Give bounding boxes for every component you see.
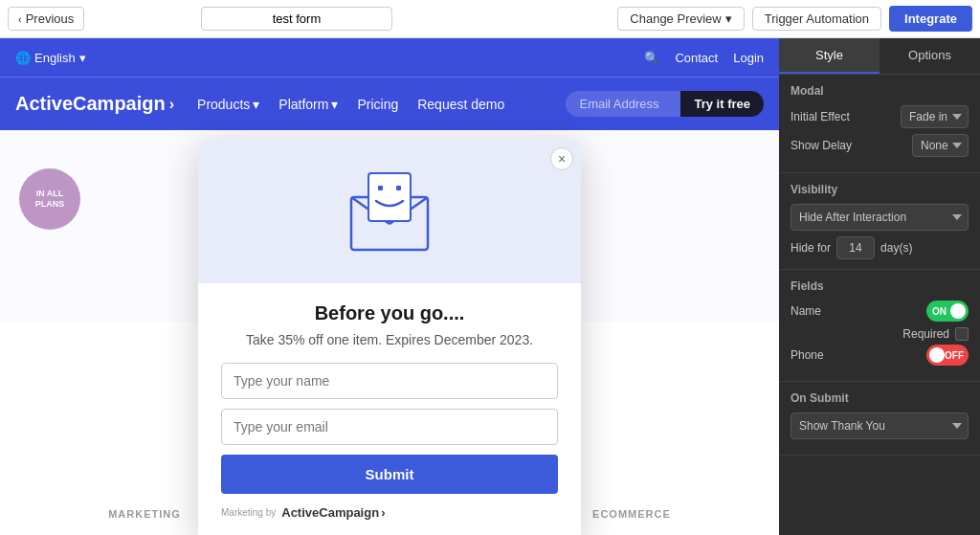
submit-button[interactable]: Submit [221,455,558,494]
modal-body: Before you go.... Take 35% off one item.… [198,283,581,535]
phone-field-label: Phone [791,348,824,362]
show-delay-row: Show Delay None [791,134,969,157]
nav-pricing[interactable]: Pricing [357,97,398,112]
name-field-label: Name [791,304,821,318]
toggle-off-label: OFF [945,350,964,361]
language-selector[interactable]: 🌐 English ▾ [15,51,86,65]
initial-effect-row: Initial Effect Fade in [791,105,969,128]
required-row: Required [791,327,969,341]
nav-platform[interactable]: Platform ▾ [278,97,338,112]
days-label: day(s) [880,241,912,255]
required-label: Required [902,327,949,341]
previous-label: Previous [26,11,75,26]
change-preview-button[interactable]: Change Preview ▾ [617,7,744,31]
ac-footer-brand: ActiveCampaign › [281,505,385,520]
visibility-section-title: Visibility [791,183,969,196]
modal-footer: Marketing by ActiveCampaign › [221,505,558,527]
ac-logo-arrow: › [169,96,174,113]
modal-title: Before you go.... [221,302,558,324]
ac-logo-text: ActiveCampaign [15,93,166,115]
platform-label: Platform [278,97,328,112]
ac-main-nav: ActiveCampaign › Products ▾ Platform ▾ P… [0,77,779,130]
trigger-automation-button[interactable]: Trigger Automation [752,7,881,31]
modal-subtitle: Take 35% off one item. Expires December … [221,332,558,347]
chevron-down-icon: ▾ [725,11,732,26]
modal-close-button[interactable]: × [550,147,573,170]
ac-logo[interactable]: ActiveCampaign › [15,93,174,115]
trigger-automation-label: Trigger Automation [765,11,869,26]
request-demo-label: Request demo [417,97,504,112]
name-input[interactable] [221,363,558,399]
show-delay-label: Show Delay [791,139,852,152]
on-submit-select[interactable]: Show Thank You [791,412,969,439]
phone-toggle[interactable]: OFF [926,345,969,366]
modal-settings-section: Modal Initial Effect Fade in Show Delay … [779,75,980,173]
previous-button[interactable]: ‹ Previous [8,7,84,31]
tab-style[interactable]: Style [779,38,880,74]
initial-effect-label: Initial Effect [791,110,850,123]
pricing-label: Pricing [357,97,398,112]
phone-field-row: Phone OFF [791,345,969,366]
try-free-button[interactable]: Try it free [680,91,764,117]
language-label: English [34,51,76,65]
hide-for-label: Hide for [791,241,831,255]
name-toggle[interactable]: ON [926,301,969,322]
name-field-row: Name ON [791,301,969,322]
login-link[interactable]: Login [733,51,764,65]
chevron-down-icon: ▾ [79,51,86,65]
fields-section: Fields Name ON Required Phone OFF [779,270,980,382]
required-checkbox[interactable] [955,327,969,341]
envelope-illustration [342,168,437,255]
tab-options[interactable]: Options [880,38,980,74]
marketing-by-label: Marketing by [221,507,276,518]
chevron-down-icon: ▾ [253,97,259,112]
try-free-label: Try it free [694,97,750,111]
panel-tabs: Style Options [779,38,980,75]
top-bar: ‹ Previous Change Preview ▾ Trigger Auto… [0,0,980,38]
svg-rect-3 [368,173,411,221]
hide-days-input[interactable] [836,236,875,259]
modal-section-title: Modal [791,84,969,98]
globe-icon: 🌐 [15,51,31,65]
email-input[interactable] [221,409,558,445]
chevron-left-icon: ‹ [18,13,22,25]
change-preview-label: Change Preview [630,11,721,26]
ac-nav-right: 🔍 Contact Login [644,51,764,65]
hide-for-row: Hide for day(s) [791,236,969,259]
nav-products[interactable]: Products ▾ [197,97,259,112]
submit-label: Submit [366,466,414,482]
ac-nav-links: Products ▾ Platform ▾ Pricing Request de… [197,97,504,112]
preview-area: 🌐 English ▾ 🔍 Contact Login ActiveCampai… [0,38,779,535]
integrate-label: Integrate [904,11,957,26]
ac-top-nav: 🌐 English ▾ 🔍 Contact Login [0,38,779,77]
on-submit-section-title: On Submit [791,391,969,405]
form-title-input[interactable] [201,7,392,31]
contact-link[interactable]: Contact [675,51,718,65]
modal-overlay: × [0,130,779,535]
nav-request-demo[interactable]: Request demo [417,97,504,112]
modal-dialog: × [198,140,581,535]
close-icon: × [558,151,566,167]
products-label: Products [197,97,250,112]
svg-rect-5 [396,186,401,190]
nav-cta: Try it free [566,91,764,117]
visibility-section: Visibility Hide After Interaction Hide f… [779,173,980,270]
chevron-down-icon: ▾ [331,97,338,112]
ac-brand-text: ActiveCampaign [281,505,379,520]
initial-effect-select[interactable]: Fade in [901,105,969,128]
right-panel: Style Options Modal Initial Effect Fade … [779,38,980,535]
style-tab-label: Style [815,48,843,62]
ac-brand-arrow: › [381,505,385,520]
toggle-on-label: ON [932,306,947,317]
show-delay-select[interactable]: None [912,134,969,157]
svg-rect-4 [378,186,383,190]
options-tab-label: Options [908,48,951,62]
email-field[interactable] [566,91,680,117]
search-icon[interactable]: 🔍 [644,51,659,65]
on-submit-section: On Submit Show Thank You [779,382,980,456]
main-area: 🌐 English ▾ 🔍 Contact Login ActiveCampai… [0,38,980,535]
modal-hero [198,140,581,283]
fields-section-title: Fields [791,279,969,293]
integrate-button[interactable]: Integrate [889,6,972,32]
visibility-select[interactable]: Hide After Interaction [791,204,969,231]
